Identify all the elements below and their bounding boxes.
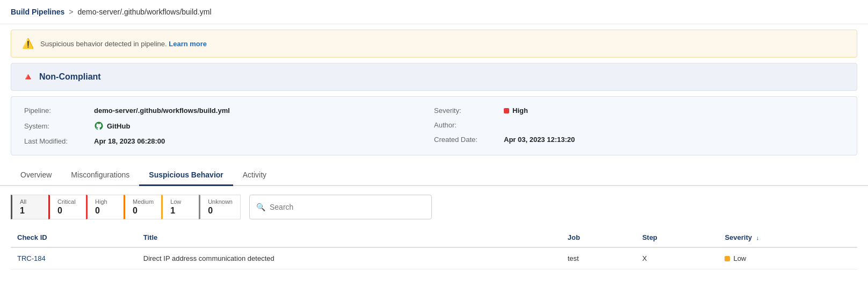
filter-chip-all[interactable]: All 1 bbox=[11, 195, 48, 219]
filter-chip-critical[interactable]: Critical 0 bbox=[48, 195, 86, 219]
learn-more-link[interactable]: Learn more bbox=[169, 40, 207, 48]
filter-low-count: 1 bbox=[170, 206, 191, 216]
detail-card: Pipeline: demo-server/.github/workflows/… bbox=[11, 96, 857, 155]
search-box[interactable]: 🔍 bbox=[249, 195, 432, 219]
severity-dot bbox=[504, 108, 509, 113]
cell-check-id: TRC-184 bbox=[11, 247, 137, 269]
cell-step: X bbox=[636, 247, 719, 269]
filter-chip-medium[interactable]: Medium 0 bbox=[124, 195, 161, 219]
filter-critical-label: Critical bbox=[57, 198, 78, 205]
col-step: Step bbox=[636, 228, 719, 247]
last-modified-value: Apr 18, 2023 06:28:00 bbox=[94, 137, 165, 145]
data-table: Check ID Title Job Step Severity ↓ TRC-1… bbox=[11, 228, 857, 269]
last-modified-label: Last Modified: bbox=[24, 137, 94, 145]
cell-severity: Low bbox=[718, 247, 857, 269]
system-value: GitHub bbox=[94, 121, 130, 131]
pipeline-label: Pipeline: bbox=[24, 106, 94, 115]
col-job: Job bbox=[561, 228, 636, 247]
created-date-value: Apr 03, 2023 12:13:20 bbox=[504, 136, 575, 144]
filter-medium-label: Medium bbox=[133, 198, 154, 205]
tabs-bar: Overview Misconfigurations Suspicious Be… bbox=[0, 165, 868, 186]
non-compliant-icon: 🔺 bbox=[22, 71, 34, 83]
filter-low-label: Low bbox=[170, 198, 191, 205]
filter-critical-count: 0 bbox=[57, 206, 78, 216]
search-icon: 🔍 bbox=[256, 203, 265, 211]
sort-icon: ↓ bbox=[756, 234, 760, 241]
col-title: Title bbox=[137, 228, 561, 247]
breadcrumb-link[interactable]: Build Pipelines bbox=[11, 8, 64, 16]
author-label: Author: bbox=[434, 121, 504, 129]
tab-activity[interactable]: Activity bbox=[233, 165, 276, 186]
severity-low-dot bbox=[725, 256, 730, 261]
search-input[interactable] bbox=[270, 203, 425, 211]
filter-all-label: All bbox=[20, 198, 41, 205]
table-container: Check ID Title Job Step Severity ↓ TRC-1… bbox=[11, 228, 857, 269]
cell-job: test bbox=[561, 247, 636, 269]
created-date-label: Created Date: bbox=[434, 136, 504, 144]
severity-badge: Low bbox=[725, 254, 851, 262]
filter-all-count: 1 bbox=[20, 206, 41, 216]
filter-high-label: High bbox=[95, 198, 116, 205]
col-severity[interactable]: Severity ↓ bbox=[718, 228, 857, 247]
github-icon bbox=[94, 121, 104, 131]
breadcrumb: Build Pipelines > demo-server/.github/wo… bbox=[0, 0, 868, 24]
filter-unknown-count: 0 bbox=[208, 206, 233, 216]
cell-title: Direct IP address communication detected bbox=[137, 247, 561, 269]
alert-banner-text: Suspicious behavior detected in pipeline… bbox=[40, 40, 207, 48]
filter-medium-count: 0 bbox=[133, 206, 154, 216]
tab-overview[interactable]: Overview bbox=[11, 165, 61, 186]
severity-label: Severity: bbox=[434, 106, 504, 115]
filter-chip-unknown[interactable]: Unknown 0 bbox=[199, 195, 241, 219]
status-title: Non-Compliant bbox=[39, 72, 101, 82]
alert-banner: ⚠️ Suspicious behavior detected in pipel… bbox=[11, 30, 857, 58]
breadcrumb-current: demo-server/.github/workflows/build.yml bbox=[78, 8, 212, 16]
warning-icon: ⚠️ bbox=[22, 38, 34, 49]
col-check-id: Check ID bbox=[11, 228, 137, 247]
tab-suspicious-behavior[interactable]: Suspicious Behavior bbox=[139, 165, 233, 186]
filter-high-count: 0 bbox=[95, 206, 116, 216]
status-card: 🔺 Non-Compliant bbox=[11, 63, 857, 91]
filter-unknown-label: Unknown bbox=[208, 198, 233, 205]
filter-chip-low[interactable]: Low 1 bbox=[161, 195, 199, 219]
tab-misconfigurations[interactable]: Misconfigurations bbox=[61, 165, 139, 186]
pipeline-value: demo-server/.github/workflows/build.yml bbox=[94, 106, 230, 115]
severity-value: High bbox=[504, 106, 528, 115]
system-label: System: bbox=[24, 122, 94, 130]
filter-chip-high[interactable]: High 0 bbox=[86, 195, 124, 219]
filter-bar: All 1 Critical 0 High 0 Medium 0 Low 1 U… bbox=[0, 186, 868, 219]
table-row: TRC-184 Direct IP address communication … bbox=[11, 247, 857, 269]
breadcrumb-separator: > bbox=[69, 8, 73, 16]
